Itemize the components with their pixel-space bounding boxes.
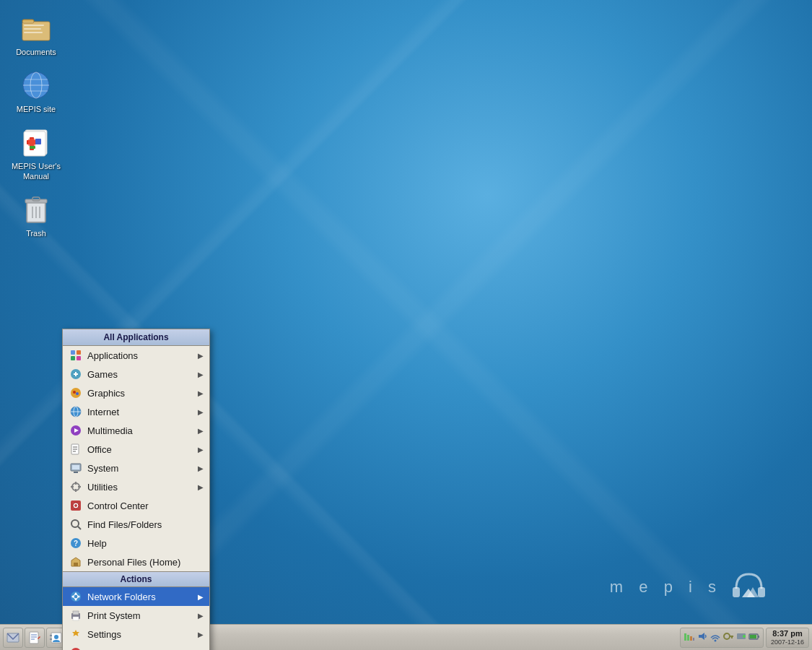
- svg-rect-69: [73, 611, 79, 615]
- multimedia-icon: [69, 423, 83, 438]
- settings-arrow: ▶: [198, 630, 204, 638]
- mepis-manual-icon[interactable]: MEPIS User's Manual: [7, 121, 65, 184]
- help-label: Help: [87, 538, 204, 549]
- taskbar-mail-button[interactable]: [3, 628, 23, 648]
- network-folders-icon: [69, 589, 83, 604]
- svg-rect-16: [35, 139, 41, 144]
- documents-icon-img: [19, 11, 53, 46]
- applications-arrow: ▶: [198, 352, 204, 360]
- svg-rect-104: [758, 636, 759, 638]
- tray-battery-icon[interactable]: [748, 630, 760, 644]
- tray-wifi-icon[interactable]: [710, 630, 721, 644]
- mepis-logo-icon: [729, 567, 769, 607]
- menu-item-control-center[interactable]: Control Center: [63, 496, 209, 515]
- menu-item-internet[interactable]: Internet ▶: [63, 402, 209, 421]
- taskbar-text-editor-button[interactable]: [25, 628, 45, 648]
- help-icon: ?: [69, 536, 83, 550]
- svg-rect-84: [50, 635, 52, 636]
- personal-files-label: Personal Files (Home): [87, 557, 204, 568]
- graphics-label: Graphics: [87, 388, 198, 399]
- svg-line-58: [78, 526, 81, 529]
- svg-rect-48: [74, 472, 78, 473]
- menu-item-settings[interactable]: Settings ▶: [63, 625, 209, 644]
- internet-arrow: ▶: [198, 408, 204, 416]
- tray-volume-icon[interactable]: [697, 630, 708, 644]
- print-system-label: Print System: [87, 610, 198, 621]
- svg-rect-15: [28, 139, 35, 146]
- svg-rect-25: [733, 587, 740, 597]
- control-center-icon: [69, 498, 83, 513]
- settings-icon: [69, 627, 83, 641]
- svg-rect-85: [50, 638, 52, 640]
- svg-rect-30: [77, 350, 81, 355]
- print-system-icon: [69, 608, 83, 623]
- actions-header: Actions: [63, 571, 209, 587]
- network-folders-arrow: ▶: [198, 593, 204, 601]
- documents-label: Documents: [16, 48, 56, 57]
- menu-item-network-folders[interactable]: Network Folders ▶: [63, 587, 209, 606]
- svg-point-35: [73, 391, 76, 394]
- svg-rect-5: [22, 22, 50, 40]
- office-arrow: ▶: [198, 446, 204, 454]
- mepis-logo-text: m e p i s: [610, 578, 722, 597]
- svg-rect-95: [693, 638, 694, 641]
- internet-icon: [69, 404, 83, 419]
- menu-item-multimedia[interactable]: Multimedia ▶: [63, 421, 209, 440]
- games-arrow: ▶: [198, 370, 204, 378]
- svg-point-86: [54, 635, 58, 639]
- clock-time: 8:37 pm: [772, 629, 803, 638]
- mepis-site-icon[interactable]: MEPIS site: [7, 64, 65, 118]
- svg-point-97: [714, 640, 716, 642]
- menu-item-help[interactable]: ? Help: [63, 534, 209, 552]
- internet-label: Internet: [87, 407, 198, 417]
- svg-rect-94: [690, 636, 692, 641]
- tray-key-icon[interactable]: [722, 630, 734, 644]
- menu-item-graphics[interactable]: Graphics ▶: [63, 384, 209, 402]
- trash-icon[interactable]: Trash: [7, 188, 65, 242]
- trash-label: Trash: [26, 229, 46, 238]
- menu-item-applications[interactable]: Applications ▶: [63, 346, 209, 365]
- office-icon: [69, 442, 83, 456]
- svg-rect-105: [750, 635, 756, 638]
- find-files-icon: [69, 517, 83, 532]
- menu-item-system[interactable]: System ▶: [63, 459, 209, 477]
- svg-rect-61: [74, 563, 78, 566]
- documents-icon[interactable]: Documents: [7, 7, 65, 61]
- svg-rect-17: [30, 146, 35, 149]
- graphics-icon: [69, 386, 83, 400]
- svg-marker-96: [699, 633, 704, 640]
- svg-text:?: ?: [74, 540, 78, 547]
- clock[interactable]: 8:37 pm 2007-12-16: [766, 628, 809, 648]
- menu-item-office[interactable]: Office ▶: [63, 440, 209, 459]
- svg-rect-79: [30, 632, 38, 644]
- svg-point-34: [71, 388, 81, 398]
- svg-point-36: [76, 392, 79, 395]
- applications-label: Applications: [87, 350, 198, 361]
- tray-network-icon[interactable]: [684, 630, 695, 644]
- tray-drive-icon[interactable]: [735, 630, 747, 644]
- mepis-manual-label: MEPIS User's Manual: [11, 162, 61, 181]
- office-label: Office: [87, 444, 198, 455]
- mepis-site-icon-img: [19, 68, 53, 103]
- svg-point-65: [78, 596, 80, 598]
- menu-header: All Applications: [63, 329, 209, 346]
- menu-item-games[interactable]: Games ▶: [63, 365, 209, 384]
- menu-item-find-files[interactable]: Find Files/Folders: [63, 515, 209, 534]
- menu-item-personal-files[interactable]: Personal Files (Home): [63, 552, 209, 571]
- games-label: Games: [87, 369, 198, 380]
- system-tray: [680, 628, 764, 648]
- print-system-arrow: ▶: [198, 612, 204, 620]
- utilities-arrow: ▶: [198, 483, 204, 491]
- svg-rect-32: [77, 356, 81, 360]
- taskbar-right: 8:37 pm 2007-12-16: [680, 628, 809, 648]
- utilities-icon: [69, 480, 83, 494]
- svg-rect-92: [684, 633, 686, 641]
- svg-point-66: [75, 593, 77, 595]
- menu-item-utilities[interactable]: Utilities ▶: [63, 477, 209, 496]
- desktop-icons: Documents MEPIS site: [7, 7, 65, 242]
- menu-item-print-system[interactable]: Print System ▶: [63, 606, 209, 625]
- svg-point-56: [74, 504, 77, 507]
- mepis-site-label: MEPIS site: [17, 105, 56, 114]
- trash-icon-img: [19, 192, 53, 227]
- menu-item-run-command[interactable]: Run Command...: [63, 644, 209, 650]
